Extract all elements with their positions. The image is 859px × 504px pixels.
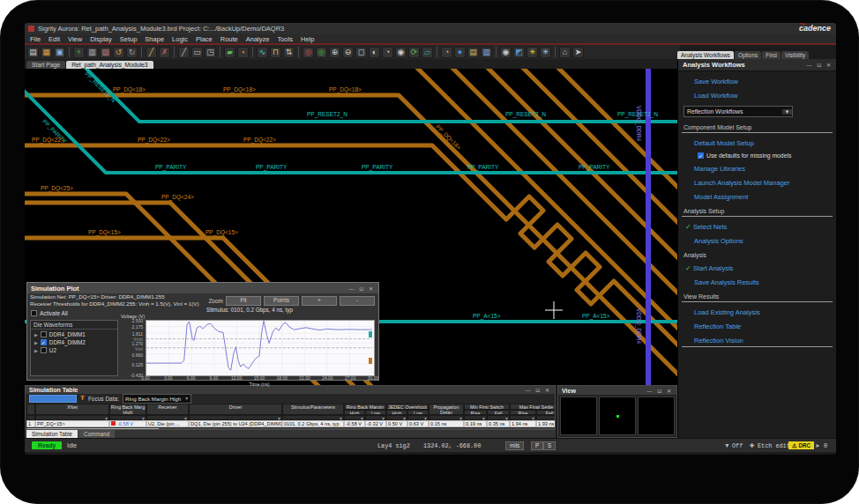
workflow-link-reflection-table[interactable]: Reflection Table — [694, 322, 836, 330]
menu-place[interactable]: Place — [196, 35, 213, 43]
undo-icon[interactable]: ↺ — [113, 47, 124, 58]
save-icon[interactable]: ▣ — [54, 47, 65, 58]
pick-button[interactable]: P — [531, 441, 543, 450]
table-cell[interactable]: -0.32 V — [365, 420, 386, 427]
units-button[interactable]: mils — [505, 441, 524, 450]
open-folder-icon[interactable]: ▦ — [41, 47, 52, 58]
workflow-link-analysis-options[interactable]: Analysis Options — [694, 237, 836, 245]
filter-icon[interactable]: Ŧ — [80, 395, 85, 402]
unprobe-icon[interactable]: ✗ — [159, 47, 170, 58]
workflow-link-load-existing-analysis[interactable]: Load Existing Analysis — [694, 308, 836, 316]
menu-file[interactable]: File — [30, 35, 41, 43]
zoom-fit-icon[interactable]: ◻ — [355, 47, 367, 58]
workflow-link-default-model-setup[interactable]: Default Model Setup — [694, 139, 836, 147]
add-icon[interactable]: + — [73, 47, 85, 58]
zoom-sel-icon[interactable]: ◐ — [369, 47, 380, 58]
menu-route[interactable]: Route — [220, 35, 238, 43]
delete-icon[interactable]: ▨ — [100, 47, 111, 58]
column-header[interactable] — [26, 404, 35, 415]
palette-icon[interactable]: ◩ — [513, 47, 525, 58]
column-header[interactable]: Driver — [189, 404, 282, 415]
ratsnest-icon[interactable]: ⇅ — [283, 47, 295, 58]
waveform-tree-item[interactable]: ▶DDR4_DIMM1 — [34, 331, 117, 337]
layers-icon[interactable]: ▱ — [422, 47, 433, 58]
menu-tools[interactable]: Tools — [277, 35, 293, 43]
waveform-tree-item[interactable]: ▶✓DDR4_DIMM2 — [34, 339, 117, 345]
table-title-bar[interactable]: Simulation Table — ⊡ ✕ — [26, 386, 555, 394]
table-cell[interactable]: PP_DQ<15> — [35, 420, 109, 427]
workflow-select[interactable]: Reflection Workflows▼ — [683, 106, 793, 117]
table-cell[interactable]: 0101, 0.2 Gbps, 4 ns, typ — [282, 420, 344, 427]
workflow-link-manage-libraries[interactable]: Manage Libraries — [694, 165, 836, 173]
use-defaults-checkbox[interactable]: ✓ — [698, 152, 704, 159]
table-cell[interactable]: 1 — [26, 420, 35, 427]
color-swatch-button[interactable] — [29, 395, 77, 403]
doc-tab-start-page[interactable]: Start Page — [26, 61, 65, 69]
snow-icon[interactable]: ✳ — [540, 47, 551, 58]
table-cell[interactable]: 0.35 ns — [487, 420, 510, 427]
zoom-out-icon[interactable]: ⊖ — [342, 47, 354, 58]
stop-ring-icon[interactable]: ◎ — [303, 47, 314, 58]
refresh-icon[interactable]: ⟳ — [408, 47, 420, 58]
probe-icon[interactable]: ╱ — [146, 47, 157, 58]
view-thumbnail-1[interactable] — [560, 397, 597, 435]
filter-funnel-icon[interactable]: ▼ — [724, 442, 730, 448]
table-cell[interactable]: 0.63 V — [407, 420, 429, 427]
dock-tab-visibility[interactable]: Visibility — [781, 51, 809, 59]
workflow-link-load-workflow[interactable]: Load Workflow — [694, 92, 836, 100]
eye-icon[interactable]: ◉ — [500, 47, 512, 58]
report-icon[interactable]: ▤ — [467, 47, 479, 58]
menu-view[interactable]: View — [68, 35, 82, 43]
zoom-world-icon[interactable]: ◉ — [395, 47, 407, 58]
workflow-link-launch-analysis-model-manager[interactable]: Launch Analysis Model Manager — [694, 179, 836, 187]
table-cell[interactable]: -0.58 V — [109, 420, 146, 427]
waveform-checkbox[interactable] — [41, 331, 47, 337]
plot-canvas[interactable] — [146, 320, 375, 376]
table-window-buttons[interactable]: — ⊡ ✕ — [526, 387, 551, 393]
menu-analyze[interactable]: Analyze — [246, 35, 270, 43]
view-title-bar[interactable]: View — ⊡ ✕ — [558, 386, 676, 395]
frame-icon[interactable]: ◳ — [205, 47, 216, 58]
drc-warning-badge[interactable]: ⚠ DRC — [788, 441, 814, 449]
copy-icon[interactable]: ▥ — [86, 47, 98, 58]
zoom-points-button[interactable]: Points — [264, 296, 299, 306]
workflow-link-reflection-vision[interactable]: Reflection Vision — [694, 337, 836, 345]
pulse-icon[interactable]: ⊓ — [270, 47, 281, 58]
activate-all-row[interactable]: Activate All — [31, 310, 68, 316]
redo-icon[interactable]: ↻ — [126, 47, 138, 58]
expand-arrow-icon[interactable]: ▶ — [34, 340, 38, 345]
table-cell[interactable]: -0.58 V — [344, 420, 365, 427]
zoom-in-icon[interactable]: ⊕ — [329, 47, 340, 58]
zoom---button[interactable]: - — [340, 296, 375, 306]
dock-tab-analysis-workflows[interactable]: Analysis Workflows — [677, 51, 734, 59]
column-header[interactable]: Propagation Delay — [429, 404, 464, 415]
zoom-fit-button[interactable]: Fit — [226, 296, 261, 306]
plot-window-buttons[interactable]: — ⊡ ✕ — [349, 285, 375, 292]
column-header[interactable]: Ring Back Marg High — [109, 404, 146, 415]
table-cell[interactable]: 0.15 ns — [429, 420, 464, 427]
doc-tab-ret-path-analysis-module3[interactable]: Ret_path_Analysis_Module3 — [66, 61, 153, 69]
panel-window-buttons[interactable]: — ⊡ ✕ — [807, 62, 833, 68]
waveform-checkbox[interactable] — [41, 347, 47, 353]
brightness-icon[interactable]: ☀ — [527, 47, 538, 58]
go-ring-icon[interactable]: ◎ — [316, 47, 327, 58]
expand-arrow-icon[interactable]: ▶ — [34, 332, 38, 337]
workflow-link-select-nets[interactable]: ✓ Select Nets — [694, 223, 836, 231]
menu-edit[interactable]: Edit — [49, 35, 60, 43]
board-icon[interactable]: ▰ — [224, 47, 235, 58]
activate-all-checkbox[interactable] — [31, 310, 37, 316]
line-icon[interactable]: ╱ — [178, 47, 190, 58]
pie-icon[interactable]: ◔ — [441, 47, 452, 58]
plot-title-bar[interactable]: Simulation Plot — ⊡ ✕ — [27, 283, 378, 293]
table-cell[interactable]: 1.93 ns — [536, 420, 556, 427]
workflow-link-start-analysis[interactable]: ✓ Start Analysis — [694, 264, 836, 272]
signal-icon[interactable]: ∿ — [257, 47, 268, 58]
table-cell[interactable]: U2, Die (pin ... — [146, 420, 189, 427]
column-header[interactable]: Stimulus/Parameters — [282, 404, 344, 415]
waveform-checkbox[interactable]: ✓ — [41, 339, 47, 345]
bottom-tab-simulation-table[interactable]: Simulation Table — [26, 430, 78, 438]
menu-setup[interactable]: Setup — [120, 35, 138, 43]
column-header[interactable]: XNet — [35, 404, 109, 415]
menu-help[interactable]: Help — [301, 35, 314, 43]
expand-arrow-icon[interactable]: ▶ — [34, 348, 38, 353]
